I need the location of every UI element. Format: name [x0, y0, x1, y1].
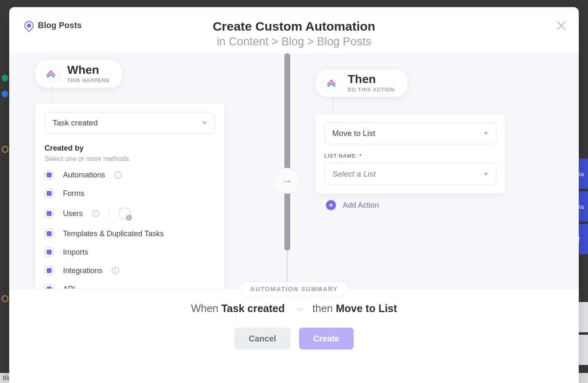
- option-label: Imports: [63, 248, 88, 257]
- arrow-right-icon: →: [294, 303, 304, 314]
- option-label: Templates & Duplicated Tasks: [63, 229, 164, 238]
- automation-modal: Blog Posts Create Custom Automation in C…: [9, 7, 579, 383]
- option-label: Integrations: [63, 266, 102, 275]
- created-by-option[interactable]: Integrationsi: [45, 266, 215, 275]
- bg-dot-icon: [2, 91, 8, 97]
- clickup-logo-icon: [322, 73, 341, 93]
- checkbox[interactable]: [45, 248, 54, 257]
- action-select-value: Move to List: [332, 129, 375, 138]
- modal-title: Create Custom Automation: [9, 19, 579, 34]
- close-button[interactable]: [555, 20, 567, 31]
- add-action-button[interactable]: + Add Action: [326, 200, 379, 210]
- created-by-option[interactable]: Forms: [45, 189, 215, 198]
- bg-dot-icon: [2, 295, 8, 302]
- when-subtitle: THIS HAPPENS: [67, 78, 110, 83]
- trigger-select-value: Task created: [52, 118, 98, 128]
- create-button[interactable]: Create: [299, 328, 354, 349]
- info-icon[interactable]: i: [92, 210, 100, 217]
- option-label: Automations: [63, 171, 105, 180]
- summary-pill: AUTOMATION SUMMARY: [240, 281, 348, 296]
- chevron-down-icon: [483, 132, 488, 135]
- summary-text: When Task created → then Move to List: [9, 302, 579, 315]
- list-select[interactable]: Select a List: [324, 163, 496, 185]
- when-title: When: [67, 64, 110, 76]
- chevron-down-icon: [483, 173, 488, 176]
- then-panel: Move to List LIST NAME: * Select a List: [316, 114, 505, 193]
- checkbox[interactable]: [45, 229, 54, 238]
- modal-subtitle-path: in Content > Blog > Blog Posts: [9, 35, 579, 48]
- list-name-label: LIST NAME: *: [324, 153, 496, 159]
- created-by-label: Created by: [45, 144, 215, 153]
- bg-dot-icon: [2, 75, 8, 81]
- bg-dot-icon: [2, 146, 8, 153]
- trigger-select[interactable]: Task created: [45, 112, 215, 134]
- then-title: Then: [348, 73, 395, 85]
- add-action-label: Add Action: [343, 201, 379, 210]
- created-by-option[interactable]: Imports: [45, 248, 215, 257]
- flow-arrow-icon: →: [274, 168, 300, 194]
- clickup-logo-icon: [41, 64, 60, 83]
- option-label: Forms: [63, 189, 84, 198]
- info-icon[interactable]: i: [114, 171, 122, 179]
- checkbox[interactable]: [45, 170, 54, 180]
- chevron-down-icon: [202, 122, 207, 125]
- option-label: Users: [63, 209, 83, 218]
- info-icon[interactable]: i: [112, 267, 119, 274]
- add-people-icon[interactable]: [118, 207, 131, 220]
- plus-icon: +: [326, 200, 336, 210]
- when-panel: Task created Created by Select one or mo…: [35, 104, 224, 291]
- checkbox[interactable]: [45, 266, 54, 275]
- then-chip: Then DO THIS ACTION: [316, 69, 407, 97]
- list-select-placeholder: Select a List: [332, 169, 376, 179]
- then-subtitle: DO THIS ACTION: [348, 87, 395, 93]
- created-by-option[interactable]: Usersi: [45, 207, 215, 220]
- connector-line: [333, 96, 333, 116]
- created-by-help: Select one or more methods.: [45, 155, 215, 163]
- when-chip: When THIS HAPPENS: [35, 60, 122, 88]
- created-by-option[interactable]: Templates & Duplicated Tasks: [45, 229, 215, 238]
- action-select[interactable]: Move to List: [324, 122, 496, 144]
- checkbox[interactable]: [45, 209, 54, 218]
- created-by-option[interactable]: Automationsi: [45, 170, 215, 180]
- cancel-button[interactable]: Cancel: [234, 328, 291, 349]
- checkbox[interactable]: [45, 189, 54, 198]
